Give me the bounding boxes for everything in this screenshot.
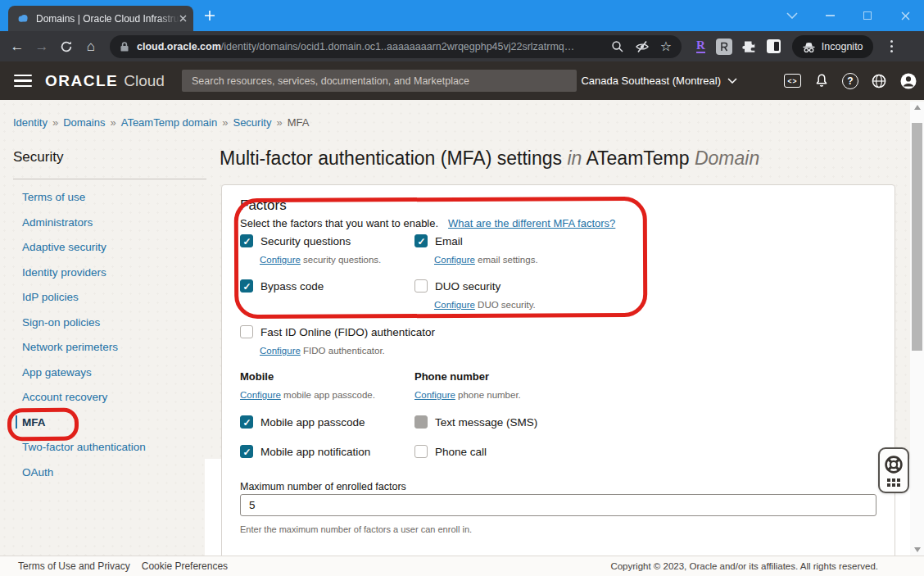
sidebar-item-idp-policies[interactable]: IdP policies [22,291,146,316]
sidebar-item-sign-on-policies[interactable]: Sign-on policies [22,316,146,342]
breadcrumb-security[interactable]: Security [233,116,271,129]
breadcrumb-mfa: MFA [288,116,310,129]
mobile-app-passcode-label: Mobile app passcode [260,416,365,429]
configure-duo-link[interactable]: Configure [434,300,475,310]
oci-header: ORACLE Cloud Canada Southeast (Montreal)… [0,61,924,100]
incognito-icon [802,40,816,53]
scroll-down-arrow[interactable] [910,544,924,556]
sidebar-item-oauth[interactable]: OAuth [22,466,146,492]
url-text: cloud.oracle.com/identity/domains/ocid1.… [137,41,600,52]
configure-security-questions-link[interactable]: Configure [260,255,301,265]
browser-tab[interactable]: Domains | Oracle Cloud Infrastruc [8,6,193,31]
configure-email-link[interactable]: Configure [434,255,475,265]
incognito-badge[interactable]: Incognito [792,35,873,58]
mobile-app-passcode-checkbox[interactable] [240,415,253,429]
max-factors-input[interactable] [240,494,876,516]
factors-subtitle-text: Select the factors that you want to enab… [240,217,438,229]
oracle-cloud-logo[interactable]: ORACLE Cloud [45,72,165,90]
sidebar-divider [13,179,206,179]
email-label: Email [435,235,463,247]
sidebar-item-app-gateways[interactable]: App gateways [22,366,146,392]
help-icon[interactable]: ? [842,73,858,89]
cloud-favicon-icon [16,12,29,25]
tab-search-chevron-icon[interactable] [773,0,811,31]
security-questions-checkbox[interactable] [240,234,253,247]
sidebar-item-identity-providers[interactable]: Identity providers [22,266,146,292]
mobile-app-notification-checkbox[interactable] [240,445,253,458]
maximize-button[interactable] [849,0,886,31]
breadcrumb-domains[interactable]: Domains [63,116,105,129]
language-globe-icon[interactable] [871,73,887,89]
configure-fido-text: FIDO authenticator. [301,346,385,356]
page-title-domain-name: ATeamTemp [586,147,689,169]
sidebar-item-network-perimeters[interactable]: Network perimeters [22,341,146,366]
home-button[interactable]: ⌂ [79,39,103,55]
email-checkbox[interactable] [414,234,428,247]
support-widget[interactable] [878,447,909,493]
extensions-puzzle-icon[interactable] [742,39,757,54]
address-bar[interactable]: cloud.oracle.com/identity/domains/ocid1.… [110,35,682,58]
configure-fido-link[interactable]: Configure [260,346,301,356]
fido-checkbox[interactable] [240,325,253,338]
configure-duo-text: DUO security. [475,300,536,310]
configure-email-text: email settings. [475,255,538,265]
extension-icon[interactable] [716,39,732,55]
text-message-sms-label: Text message (SMS) [435,416,537,429]
configure-phone-link[interactable]: Configure [414,390,455,400]
hamburger-menu-icon[interactable] [14,75,32,87]
region-selector[interactable]: Canada Southeast (Montreal) [581,61,737,100]
user-avatar-icon[interactable] [899,72,917,90]
forward-button[interactable]: → [29,39,54,55]
oci-search-input[interactable] [182,70,577,92]
configure-mobile-link[interactable]: Configure [240,390,281,400]
close-button[interactable] [886,0,924,31]
notifications-bell-icon[interactable] [813,73,830,89]
footer-links: Terms of Use and Privacy Cookie Preferen… [18,560,228,572]
max-factors-helper: Enter the maximum number of factors a us… [240,524,472,534]
bookmark-star-icon[interactable]: ☆ [660,39,672,54]
max-factors-label: Maximum number of enrolled factors [240,481,406,492]
scrollbar[interactable] [910,102,924,556]
scrollbar-thumb[interactable] [912,123,922,351]
lock-icon[interactable] [120,41,129,52]
sidebar-item-account-recovery[interactable]: Account recovery [22,391,146,416]
sidebar-item-two-factor-authentication[interactable]: Two-factor authentication [22,441,146,466]
logo-cloud-text: Cloud [124,72,165,90]
breadcrumb-separator: » [222,116,228,129]
factor-row: Mobile app notification [240,445,370,458]
tab-close-icon[interactable] [179,15,187,22]
text-message-sms-checkbox[interactable] [414,415,428,429]
reload-button[interactable] [54,40,79,53]
breadcrumb-domain-name[interactable]: ATeamTemp domain [121,116,218,129]
new-tab-button[interactable] [203,9,216,22]
developer-tools-icon[interactable]: <> [784,74,801,88]
region-label: Canada Southeast (Montreal) [581,75,721,87]
scroll-up-arrow[interactable] [910,102,924,113]
lifebuoy-icon [883,454,904,475]
duo-security-checkbox[interactable] [414,279,428,293]
minimize-button[interactable] [811,0,849,31]
url-domain: cloud.oracle.com [137,41,221,52]
extension-r-icon[interactable]: R [696,39,705,53]
breadcrumb-identity[interactable]: Identity [13,116,48,129]
browser-toolbar: ← → ⌂ cloud.oracle.com/identity/domains/… [0,31,924,61]
mfa-factors-help-link[interactable]: What are the different MFA factors? [448,217,615,229]
back-button[interactable]: ← [5,39,29,55]
zoom-icon[interactable] [611,40,624,53]
sidebar-item-mfa[interactable]: MFA [22,416,146,442]
cookie-preferences-link[interactable]: Cookie Preferences [142,560,228,572]
breadcrumb-separator: » [110,116,116,129]
sidebar-item-adaptive-security[interactable]: Adaptive security [22,241,146,266]
sidebar-extension-icon[interactable] [767,39,781,53]
bypass-code-checkbox[interactable] [240,279,253,293]
phone-number-group-label: Phone number [414,370,489,383]
phone-call-checkbox[interactable] [414,445,428,458]
terms-of-use-link[interactable]: Terms of Use and Privacy [18,560,130,572]
configure-mobile: Configure mobile app passcode. [240,390,375,400]
browser-menu-icon[interactable] [885,40,899,52]
sidebar-item-terms-of-use[interactable]: Terms of use [22,191,146,216]
page-title: Multi-factor authentication (MFA) settin… [220,147,759,170]
sidebar-item-administrators[interactable]: Administrators [22,216,146,242]
breadcrumb: Identity » Domains » ATeamTemp domain » … [13,116,309,129]
eye-slash-icon[interactable] [635,40,650,53]
